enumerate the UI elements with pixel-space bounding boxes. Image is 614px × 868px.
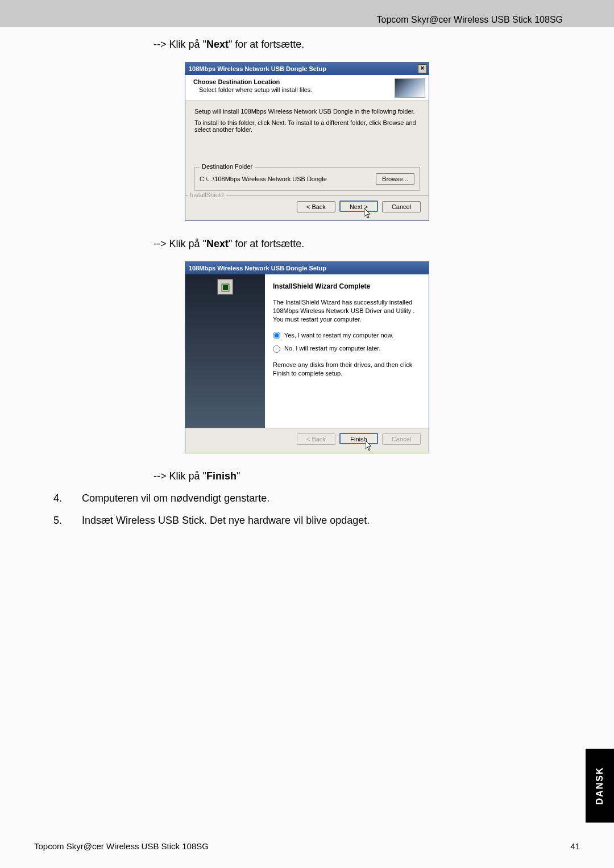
- instr2-suffix: " for at fortsætte.: [229, 238, 304, 249]
- instr1-prefix: --> Klik på ": [154, 39, 206, 50]
- dialog1-header: Choose Destination Location Select folde…: [185, 75, 429, 101]
- back-button-2: < Back: [297, 433, 335, 445]
- radio-yes[interactable]: [273, 332, 280, 339]
- dialog-complete: 108Mbps Wireless Network USB Dongle Setu…: [185, 261, 429, 453]
- step-5: 5. Indsæt Wireless USB Stick. Det nye ha…: [34, 515, 580, 527]
- wizard-right-panel: InstallShield Wizard Complete The Instal…: [265, 274, 429, 428]
- footer-left: Topcom Skyr@cer Wireless USB Stick 108SG: [34, 841, 209, 851]
- dialog2-title: 108Mbps Wireless Network USB Dongle Setu…: [189, 265, 326, 272]
- titlebar-2[interactable]: 108Mbps Wireless Network USB Dongle Setu…: [185, 262, 429, 274]
- language-tab-label: DANSK: [595, 767, 605, 805]
- instr3-suffix: ": [237, 470, 240, 482]
- radio-no[interactable]: [273, 345, 280, 353]
- destination-folder-group: Destination Folder C:\...\108Mbps Wirele…: [194, 167, 420, 191]
- step-4: 4. Computeren vil om nødvendigt genstart…: [34, 493, 580, 504]
- destination-path-row: C:\...\108Mbps Wireless Network USB Dong…: [200, 173, 414, 185]
- language-tab: DANSK: [586, 749, 614, 823]
- instruction-1: --> Klik på "Next" for at fortsætte.: [154, 39, 580, 51]
- wizard-computer-icon: ▣: [217, 279, 233, 295]
- instr3-prefix: --> Klik på ": [154, 470, 206, 482]
- finish-button-label: Finish: [350, 436, 367, 443]
- next-button-label: Next >: [350, 203, 368, 210]
- instr2-prefix: --> Klik på ": [154, 238, 206, 249]
- dialog1-line1: Setup will install 108Mbps Wireless Netw…: [194, 108, 420, 115]
- instr1-bold: Next: [206, 39, 229, 50]
- dialog2-footer: < Back Finish Cancel: [185, 428, 429, 453]
- installshield-label: InstallShield: [188, 191, 226, 198]
- dialog1-body: Setup will install 108Mbps Wireless Netw…: [185, 101, 429, 195]
- back-button[interactable]: < Back: [297, 201, 335, 212]
- dialog1-header-sub: Select folder where setup will install f…: [193, 86, 423, 93]
- dialog1-footer: InstallShield < Back Next > Cancel: [185, 195, 429, 220]
- page-number: 41: [570, 841, 580, 851]
- destination-path: C:\...\108Mbps Wireless Network USB Dong…: [200, 176, 327, 182]
- browse-button[interactable]: Browse...: [376, 173, 414, 185]
- instr3-bold: Finish: [206, 470, 237, 482]
- wizard-para1: The InstallShield Wizard has successfull…: [273, 298, 421, 324]
- radio-yes-row[interactable]: Yes, I want to restart my computer now.: [273, 332, 421, 340]
- header-image: [395, 78, 425, 98]
- cancel-button[interactable]: Cancel: [382, 201, 421, 212]
- instr2-bold: Next: [206, 238, 229, 249]
- main-content: --> Klik på "Next" for at fortsætte. 108…: [0, 34, 614, 527]
- dialog-destination: 108Mbps Wireless Network USB Dongle Setu…: [185, 62, 429, 221]
- instruction-2: --> Klik på "Next" for at fortsætte.: [154, 238, 580, 250]
- wizard-left-panel: ▣: [185, 274, 265, 428]
- wizard-para2: Remove any disks from their drives, and …: [273, 361, 421, 378]
- page-footer: Topcom Skyr@cer Wireless USB Stick 108SG…: [34, 841, 580, 851]
- close-icon[interactable]: ×: [418, 64, 427, 73]
- finish-button[interactable]: Finish: [339, 433, 378, 444]
- wizard-heading: InstallShield Wizard Complete: [273, 282, 421, 290]
- cancel-button-2: Cancel: [382, 433, 421, 445]
- radio-yes-label: Yes, I want to restart my computer now.: [284, 332, 393, 339]
- dialog1-title: 108Mbps Wireless Network USB Dongle Setu…: [189, 65, 326, 72]
- dialog1-header-title: Choose Destination Location: [193, 78, 423, 85]
- wizard-body: ▣ InstallShield Wizard Complete The Inst…: [185, 274, 429, 428]
- radio-no-row[interactable]: No, I will restart my computer later.: [273, 345, 421, 353]
- titlebar[interactable]: 108Mbps Wireless Network USB Dongle Setu…: [185, 62, 429, 75]
- step-4-number: 4.: [53, 493, 65, 504]
- step-4-text: Computeren vil om nødvendigt genstarte.: [82, 493, 269, 504]
- instr1-suffix: " for at fortsætte.: [229, 39, 304, 50]
- product-header: Topcom Skyr@cer Wireless USB Stick 108SG: [377, 15, 563, 25]
- next-button[interactable]: Next >: [339, 201, 378, 212]
- step-5-text: Indsæt Wireless USB Stick. Det nye hardw…: [82, 515, 370, 527]
- radio-no-label: No, I will restart my computer later.: [284, 345, 380, 352]
- destination-legend: Destination Folder: [200, 163, 255, 170]
- dialog1-line2: To install to this folder, click Next. T…: [194, 119, 420, 133]
- instruction-3: --> Klik på "Finish": [154, 470, 580, 482]
- step-5-number: 5.: [53, 515, 65, 527]
